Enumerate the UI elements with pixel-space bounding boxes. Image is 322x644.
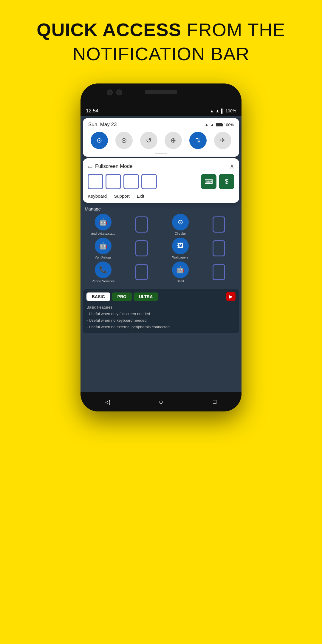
app-rect-icon-2 — [213, 216, 225, 233]
sync-icon: ↺ — [146, 136, 152, 145]
exit-action-label[interactable]: Exit — [137, 193, 144, 199]
back-icon: ◁ — [105, 398, 110, 405]
tab-ultra[interactable]: ULTRA — [134, 292, 158, 301]
panel-collapse-icon[interactable]: ∧ — [230, 162, 234, 170]
app-cell-phone-services[interactable]: 📞 Phone Services — [85, 261, 122, 283]
header-title: QUICK ACCESS FROM THE NOTIFICATION BAR — [24, 18, 298, 66]
phone-speaker — [145, 90, 177, 94]
app-rect-icon-3 — [135, 240, 148, 256]
app-cell-rect-3[interactable] — [123, 238, 160, 259]
youtube-icon: ▶ — [229, 294, 233, 299]
nav-home-button[interactable]: ○ — [155, 396, 167, 408]
tab-pro[interactable]: PRO — [112, 292, 132, 301]
notif-battery-bar — [216, 123, 222, 126]
app-square-1[interactable] — [88, 174, 103, 189]
app-square-3[interactable] — [123, 174, 139, 189]
panel-title-label: Fullscreen Mode — [95, 163, 133, 169]
app-cell-rect-6[interactable] — [201, 261, 238, 283]
phone-screen: 12:54 ▲ ▲ ▌ 100% Sun, May 23 ▲ ▲ 100% — [80, 106, 242, 392]
app-cell-vpndialogs[interactable]: 🤖 VpnDialogs — [85, 238, 122, 259]
volume-button[interactable] — [241, 140, 242, 157]
battery-saver-icon: ⊕ — [171, 137, 176, 144]
notif-header: Sun, May 23 ▲ ▲ 100% — [83, 118, 239, 130]
app-icon-vpndialogs: 🤖 — [95, 238, 112, 254]
app-icon-phone-services: 📞 — [95, 261, 112, 278]
app-rect-icon-6 — [213, 264, 225, 280]
keyboard-action-button[interactable]: ⌨ — [201, 174, 216, 189]
tab-content: Basic Features: - Useful when only fulls… — [86, 304, 236, 330]
notif-signal-icon: ▲ — [210, 122, 214, 127]
app-cell-android-cts[interactable]: 🤖 android.cts.cts... — [85, 214, 122, 235]
header-line2: NOTIFICATION BAR — [72, 44, 250, 64]
panel-icons-row: ⌨ $ — [88, 174, 234, 189]
notif-wifi-icon: ▲ — [205, 122, 209, 127]
status-time: 12:54 — [86, 108, 99, 114]
status-bar: 12:54 ▲ ▲ ▌ 100% — [80, 106, 242, 116]
power-button[interactable] — [241, 164, 242, 191]
app-rect-icon-4 — [213, 240, 225, 256]
app-square-2[interactable] — [106, 174, 121, 189]
app-rect-icon-1 — [135, 216, 148, 233]
keyboard-action-label[interactable]: Keyboard — [88, 193, 107, 199]
phone-frame: 12:54 ▲ ▲ ▌ 100% Sun, May 23 ▲ ▲ 100% — [80, 83, 242, 411]
tab-basic[interactable]: BASIC — [86, 292, 110, 301]
app-label-vpndialogs: VpnDialogs — [95, 256, 112, 259]
tab-content-item-3: - Useful when no external peripherals co… — [86, 325, 170, 329]
app-cell-rect-1[interactable] — [123, 214, 160, 235]
youtube-button[interactable]: ▶ — [226, 292, 236, 301]
manage-button[interactable]: Manage — [85, 206, 101, 211]
notif-battery-pct: 100% — [224, 123, 234, 127]
qs-battery-tile[interactable]: ⊕ — [165, 132, 182, 149]
dollar-icon: $ — [225, 178, 228, 185]
qs-dnd-tile[interactable]: ⊝ — [115, 132, 133, 149]
panel-handle — [155, 153, 167, 154]
notification-panel: Sun, May 23 ▲ ▲ 100% ⊙ ⊝ — [83, 118, 239, 157]
app-cell-shell[interactable]: 🤖 Shell — [162, 261, 199, 283]
header-normal: FROM THE — [181, 19, 285, 40]
support-action-label[interactable]: Support — [114, 193, 130, 199]
app-label-shell: Shell — [177, 279, 184, 283]
keyboard-action-icon: ⌨ — [205, 178, 213, 185]
dnd-icon: ⊝ — [121, 136, 127, 145]
dollar-action-button[interactable]: $ — [219, 174, 234, 189]
app-grid-area: Manage 🤖 android.cts.cts... ⊙ Circular — [80, 204, 242, 288]
panel-title-group: ▭ Fullscreen Mode — [88, 163, 133, 170]
phone-top-bezel — [80, 83, 242, 106]
app-cell-wallpapers[interactable]: 🖼 Wallpapers — [162, 238, 199, 259]
app-row-1: 🤖 android.cts.cts... ⊙ Circular — [85, 214, 237, 235]
header-bold: QUICK ACCESS — [37, 19, 181, 40]
app-row-2: 🤖 VpnDialogs 🖼 Wallpapers — [85, 238, 237, 259]
notif-date: Sun, May 23 — [88, 122, 117, 128]
signal-icon: ▲ — [215, 109, 219, 113]
app-cell-circular[interactable]: ⊙ Circular — [162, 214, 199, 235]
app-icon-circular: ⊙ — [172, 214, 189, 230]
panel-actions-row: Keyboard Support Exit — [88, 193, 234, 199]
app-icon-shell: 🤖 — [172, 261, 189, 278]
app-cell-rect-4[interactable] — [201, 238, 238, 259]
app-label-android-cts: android.cts.cts... — [91, 232, 115, 235]
qs-sync-tile[interactable]: ↺ — [140, 132, 157, 149]
qs-airplane-tile[interactable]: ✈ — [214, 132, 231, 149]
home-icon: ○ — [159, 398, 163, 406]
app-cell-rect-5[interactable] — [123, 261, 160, 283]
data-icon: ⇅ — [195, 137, 201, 144]
notif-status-group: ▲ ▲ 100% — [205, 122, 234, 127]
tab-content-title: Basic Features: — [86, 305, 113, 309]
nav-back-button[interactable]: ◁ — [101, 396, 113, 408]
qs-data-tile[interactable]: ⇅ — [189, 132, 207, 149]
app-label-phone-services: Phone Services — [92, 279, 114, 283]
phone-camera-2 — [116, 89, 122, 95]
qs-wifi-tile[interactable]: ⊙ — [91, 132, 108, 149]
phone-camera-1 — [107, 89, 113, 95]
wifi-status-icon: ▲ — [210, 109, 214, 113]
nav-recent-button[interactable]: □ — [209, 396, 221, 408]
header-section: QUICK ACCESS FROM THE NOTIFICATION BAR — [0, 0, 322, 75]
app-cell-rect-2[interactable] — [201, 214, 238, 235]
tab-content-item-1: - Useful when only fullscreen needed — [86, 312, 150, 316]
fullscreen-panel: ▭ Fullscreen Mode ∧ ⌨ $ — [83, 158, 239, 203]
quick-settings-row: ⊙ ⊝ ↺ ⊕ ⇅ ✈ — [83, 130, 239, 153]
wifi-icon: ⊙ — [97, 137, 102, 144]
app-square-4[interactable] — [141, 174, 157, 189]
recent-icon: □ — [213, 398, 216, 405]
app-label-circular: Circular — [175, 232, 186, 235]
